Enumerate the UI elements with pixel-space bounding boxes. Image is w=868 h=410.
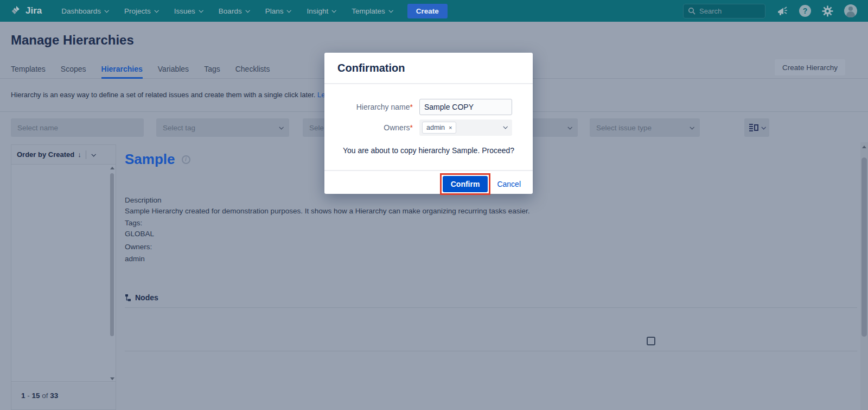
nav-item-projects[interactable]: Projects: [124, 7, 158, 15]
scrollbar-thumb[interactable]: [110, 173, 114, 336]
filter-issue-type-placeholder: Select issue type: [596, 124, 652, 132]
search-placeholder: Search: [699, 7, 722, 15]
nav-create-button[interactable]: Create: [407, 4, 448, 18]
sort-direction-icon[interactable]: ↓: [78, 150, 81, 159]
chevron-down-icon: [567, 125, 572, 129]
scroll-up-icon[interactable]: [862, 146, 866, 148]
filter-owner-placeholder: Sele: [309, 124, 324, 132]
confirm-button[interactable]: Confirm: [443, 176, 488, 192]
owners-value: admin: [125, 255, 145, 263]
filter-issue-type-select[interactable]: Select issue type: [590, 118, 700, 137]
scroll-down-icon[interactable]: [110, 377, 114, 380]
filter-tag-placeholder: Select tag: [163, 124, 195, 132]
scrollbar-thumb[interactable]: [861, 157, 867, 337]
tab-scopes[interactable]: Scopes: [61, 62, 86, 79]
tab-templates[interactable]: Templates: [11, 62, 46, 79]
chevron-down-icon: [154, 8, 158, 12]
divider: [86, 150, 86, 159]
dialog-footer: Confirm Cancel: [324, 173, 533, 195]
tab-checklists[interactable]: Checklists: [235, 62, 270, 79]
tab-tags[interactable]: Tags: [204, 62, 220, 79]
nav-item-boards[interactable]: Boards: [219, 7, 249, 15]
chevron-down-icon: [287, 8, 291, 12]
dialog-header: Confirmation: [324, 53, 533, 84]
brand-label: Jira: [25, 5, 42, 16]
scroll-up-icon[interactable]: [110, 167, 114, 169]
range-end: 15: [32, 392, 40, 400]
chevron-down-icon: [332, 8, 336, 12]
jira-mark-icon: [11, 5, 22, 16]
create-hierarchy-button[interactable]: Create Hierarchy: [775, 59, 845, 75]
announcements-icon[interactable]: [776, 5, 788, 17]
filter-name-input[interactable]: Select name: [11, 118, 144, 137]
content-scrollbar[interactable]: [860, 142, 868, 410]
tab-variables[interactable]: Variables: [158, 62, 189, 79]
of-label: of: [42, 392, 48, 400]
chevron-down-icon: [199, 8, 203, 12]
hierarchy-name-label: Hierarchy name*: [324, 103, 419, 111]
nav-item-dashboards[interactable]: Dashboards: [61, 7, 108, 15]
hierarchy-name: Sample: [125, 151, 175, 168]
tags-label: Tags:: [125, 219, 142, 227]
divider: [125, 307, 857, 308]
exclude-node-header-checkbox[interactable]: [647, 337, 655, 345]
sidebar-scrollbar[interactable]: [110, 167, 114, 380]
view-options-button[interactable]: [744, 118, 769, 137]
required-asterisk: *: [410, 103, 413, 111]
nav-right-cluster: Search ?: [683, 4, 857, 18]
nodes-section-header: Nodes: [125, 293, 158, 302]
owners-label: Owners*: [324, 123, 419, 132]
filter-name-placeholder: Select name: [17, 124, 58, 132]
order-by-control[interactable]: Order by Created ↓: [11, 145, 116, 165]
search-input[interactable]: Search: [683, 4, 765, 18]
total-count: 33: [50, 392, 58, 400]
owner-chip: admin ×: [422, 122, 456, 134]
remove-owner-icon[interactable]: ×: [449, 124, 452, 131]
nav-menu: DashboardsProjectsIssuesBoardsPlansInsig…: [61, 7, 392, 15]
chevron-down-icon: [245, 8, 250, 12]
range-start: 1: [21, 392, 25, 400]
chevron-down-icon: [503, 124, 507, 129]
hierarchy-list-panel: Order by Created ↓ 1 - 15 of 33: [11, 144, 116, 410]
hierarchy-name-row: Hierarchy name*: [324, 99, 533, 115]
hierarchy-tree-icon: [125, 294, 132, 302]
divider: [125, 351, 857, 351]
label-text: Owners: [384, 123, 410, 132]
nav-item-insight[interactable]: Insight: [307, 7, 335, 15]
page-title: Manage Hierarchies: [11, 33, 134, 48]
chevron-down-icon: [761, 125, 765, 129]
info-icon[interactable]: i: [182, 155, 190, 164]
jira-logo[interactable]: Jira: [11, 5, 42, 16]
order-by-label: Order by Created: [17, 150, 74, 159]
dialog-title: Confirmation: [337, 62, 405, 74]
confirmation-message: You are about to copy hierarchy Sample. …: [324, 146, 533, 155]
intro-text: Hierarchy is an easy way to define a set…: [11, 91, 335, 99]
hierarchy-detail-header: Sample i: [125, 151, 190, 168]
top-navigation-bar: Jira DashboardsProjectsIssuesBoardsPlans…: [0, 0, 868, 22]
user-avatar[interactable]: [844, 4, 857, 17]
cancel-link[interactable]: Cancel: [497, 180, 521, 188]
chevron-down-icon[interactable]: [91, 152, 95, 156]
description-label: Description: [125, 196, 162, 204]
tab-hierarchies[interactable]: Hierarchies: [101, 62, 143, 79]
search-icon: [688, 7, 695, 15]
settings-gear-icon[interactable]: [822, 5, 833, 17]
owners-select[interactable]: admin ×: [419, 119, 512, 136]
confirmation-dialog: Confirmation Hierarchy name* Owners* adm…: [324, 53, 533, 194]
description-text: Sample Hierarchy created for demonstrati…: [125, 207, 530, 215]
owner-chip-label: admin: [426, 124, 445, 131]
hierarchy-name-input[interactable]: [419, 99, 512, 115]
filter-tag-select[interactable]: Select tag: [156, 118, 289, 137]
confirm-highlight-box: Confirm: [440, 173, 491, 195]
help-icon[interactable]: ?: [799, 5, 811, 17]
divider: [324, 170, 533, 171]
tags-value: GLOBAL: [125, 230, 154, 238]
chevron-down-icon: [105, 8, 109, 12]
list-pagination: 1 - 15 of 33: [11, 381, 116, 409]
nav-item-issues[interactable]: Issues: [174, 7, 202, 15]
pagination-range: 1 - 15 of 33: [21, 392, 58, 400]
required-asterisk: *: [410, 123, 413, 132]
chevron-down-icon: [279, 125, 283, 129]
nav-item-plans[interactable]: Plans: [265, 7, 291, 15]
nav-item-templates[interactable]: Templates: [352, 7, 392, 15]
